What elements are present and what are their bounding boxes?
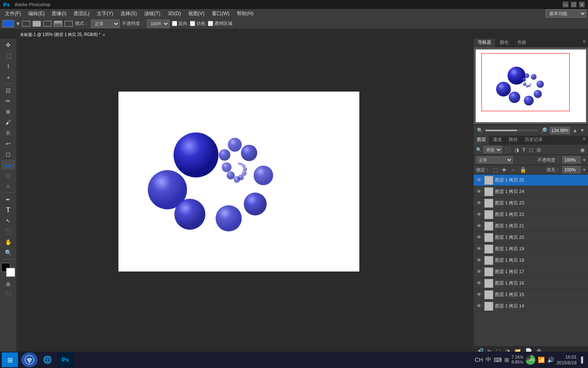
magic-wand-tool[interactable]: ⁎	[1, 72, 15, 82]
zoom-indicator-arrow-up[interactable]: ▲	[572, 128, 577, 133]
menu-edit[interactable]: 编辑(E)	[25, 9, 48, 18]
healing-tool[interactable]: ⊕	[1, 107, 15, 117]
menu-text[interactable]: 文字(Y)	[94, 9, 116, 18]
wifi-taskbar-icon[interactable]	[21, 352, 38, 367]
layer-row[interactable]: 👁 图层 1 拷贝 14	[474, 301, 588, 312]
quick-mask-mode[interactable]: ⊞	[1, 279, 15, 289]
filter-toggle[interactable]: ◉	[579, 147, 586, 153]
mode-select[interactable]: 正常	[91, 20, 120, 28]
filter-type-icon[interactable]: T	[521, 147, 526, 153]
menu-image[interactable]: 图像(I)	[49, 9, 69, 18]
filter-pixel-icon[interactable]: ⬛	[504, 147, 512, 153]
zoom-tool[interactable]: 🔍	[1, 248, 15, 258]
shape-tool[interactable]: ⬛	[1, 227, 15, 236]
history-brush-tool[interactable]: ↩	[1, 139, 15, 148]
layers-tab[interactable]: 图层	[474, 136, 490, 145]
pen-tool[interactable]: ✒	[1, 195, 15, 204]
layer-visibility-icon[interactable]: 👁	[475, 234, 483, 240]
shape-option-5[interactable]	[65, 21, 73, 27]
layer-row[interactable]: 👁 图层 1 拷贝 19	[474, 243, 588, 255]
lock-pixel-icon[interactable]: ⬚	[492, 167, 499, 173]
shape-option-4[interactable]	[54, 21, 62, 27]
tray-lang-icon[interactable]: CH	[475, 357, 483, 363]
tray-keyboard-icon[interactable]: ⌨	[494, 357, 502, 363]
layers-panel-menu[interactable]: ≡	[583, 136, 588, 145]
fill-dropdown-arrow[interactable]: ▾	[583, 167, 586, 173]
layer-row[interactable]: 👁 图层 1 拷贝 23	[474, 197, 588, 209]
minimize-button[interactable]: —	[563, 2, 568, 7]
reverse-checkbox[interactable]	[172, 21, 177, 26]
gradient-tool[interactable]: ▬	[1, 160, 15, 170]
tray-input-method[interactable]: 中	[486, 356, 491, 364]
layer-visibility-icon[interactable]: 👁	[475, 200, 483, 206]
tray-sound-icon[interactable]: 🔊	[547, 357, 554, 363]
layer-type-filter[interactable]: 类型	[483, 146, 502, 153]
opacity-dropdown-arrow[interactable]: ▾	[583, 157, 586, 163]
start-button[interactable]: ⊞	[2, 352, 18, 367]
document-tab[interactable]: 未标题-1 @ 135% (图层 1 拷贝 25, RGB/8) * ✕	[16, 31, 109, 38]
menu-window[interactable]: 窗口(W)	[209, 9, 233, 18]
dither-check[interactable]: 仿色	[190, 20, 205, 27]
menu-help[interactable]: 帮助(H)	[234, 9, 257, 18]
layer-visibility-icon[interactable]: 👁	[475, 257, 483, 263]
layer-visibility-icon[interactable]: 👁	[475, 188, 483, 195]
filter-shape-icon[interactable]: ◻	[528, 147, 534, 153]
swatches-tab[interactable]: 色板	[513, 38, 531, 47]
dither-checkbox[interactable]	[190, 21, 195, 26]
layer-row[interactable]: 👁 图层 1 拷贝 17	[474, 266, 588, 278]
lock-position-icon[interactable]: ✚	[501, 167, 507, 173]
shape-option-3[interactable]	[43, 21, 51, 27]
navigator-view-box[interactable]	[481, 53, 570, 111]
tab-close-button[interactable]: ✕	[102, 33, 105, 37]
layer-row[interactable]: 👁 图层 1 拷贝 20	[474, 232, 588, 243]
navigator-tab[interactable]: 导航器	[474, 38, 496, 47]
layer-visibility-icon[interactable]: 👁	[475, 269, 483, 275]
reverse-check[interactable]: 反向	[172, 20, 187, 27]
selection-tool[interactable]: ⬚	[1, 51, 15, 61]
layer-row[interactable]: 👁 图层 1 拷贝 25	[474, 175, 588, 186]
layer-visibility-icon[interactable]: 👁	[475, 177, 483, 183]
clone-tool[interactable]: ⎘	[1, 128, 15, 138]
transparency-check[interactable]: 透明区域	[208, 20, 232, 27]
channels-tab[interactable]: 通道	[490, 136, 506, 145]
ps-taskbar-button[interactable]: Ps	[57, 352, 74, 367]
color-swatches[interactable]	[1, 263, 15, 277]
browser-taskbar-button[interactable]: 🌐	[39, 352, 56, 367]
screen-mode[interactable]: ⬛	[1, 289, 15, 299]
menu-view[interactable]: 视图(V)	[185, 9, 208, 18]
filter-adjustment-icon[interactable]: ◑	[514, 147, 520, 153]
layer-row[interactable]: 👁 图层 1 拷贝 16	[474, 278, 588, 289]
menu-select[interactable]: 选择(S)	[117, 9, 140, 18]
canvas-area[interactable]	[16, 38, 474, 356]
background-color[interactable]	[6, 268, 15, 277]
shape-option-2[interactable]	[33, 21, 41, 27]
eraser-tool[interactable]: ◻	[1, 149, 15, 159]
layer-visibility-icon[interactable]: 👁	[475, 280, 483, 286]
menu-file[interactable]: 文件(F)	[2, 9, 24, 18]
gradient-arrow[interactable]: ▾	[16, 20, 20, 27]
transparency-checkbox[interactable]	[208, 21, 213, 26]
layer-row[interactable]: 👁 图层 1 拷贝 22	[474, 209, 588, 220]
title-bar-controls[interactable]: — ☐ ✕	[563, 2, 585, 7]
dodge-tool[interactable]: ○	[1, 181, 15, 191]
blur-tool[interactable]: ◌	[1, 171, 15, 180]
eyedropper-tool[interactable]: ✏	[1, 96, 15, 106]
layer-row[interactable]: 👁 图层 1 拷贝 18	[474, 255, 588, 266]
lasso-tool[interactable]: ⌇	[1, 61, 15, 71]
zoom-input[interactable]	[550, 127, 570, 134]
paths-tab[interactable]: 路径	[506, 136, 521, 145]
layer-visibility-icon[interactable]: 👁	[475, 246, 483, 252]
fill-input[interactable]	[562, 166, 581, 173]
workspace-select[interactable]: 基本功能	[546, 9, 586, 18]
zoom-indicator-arrow-down[interactable]: ▼	[580, 128, 585, 133]
layer-row[interactable]: 👁 图层 1 拷贝 21	[474, 220, 588, 232]
menu-3d[interactable]: 3D(D)	[165, 10, 184, 17]
shape-option-1[interactable]	[22, 21, 30, 27]
text-tool[interactable]: T	[1, 205, 15, 215]
color-tab[interactable]: 颜色	[496, 38, 513, 47]
opacity-select[interactable]: 100%	[147, 20, 169, 28]
close-button[interactable]: ✕	[579, 2, 585, 7]
nav-panel-menu[interactable]: ≡	[583, 38, 588, 47]
move-tool[interactable]: ✜	[1, 40, 15, 50]
gradient-preview[interactable]	[2, 20, 14, 27]
